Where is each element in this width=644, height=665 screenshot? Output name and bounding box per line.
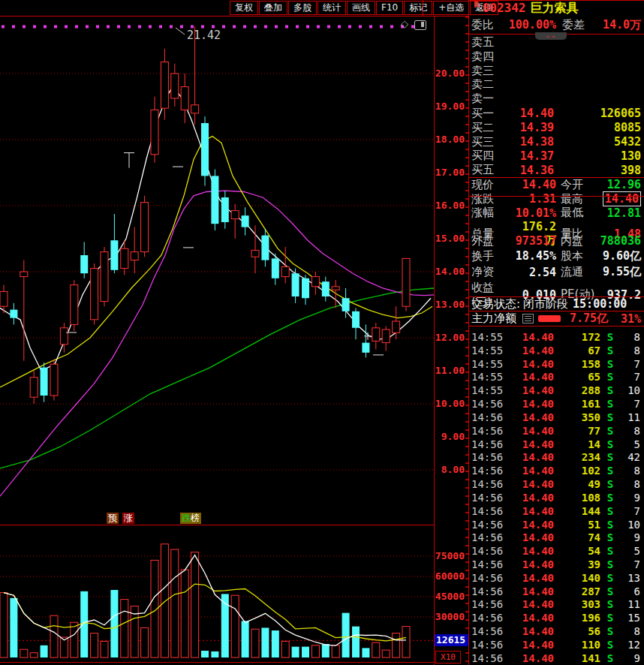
stat-label: 现价 bbox=[471, 178, 513, 192]
level-price: 14.38 bbox=[504, 135, 554, 149]
menu-button[interactable]: 画线 bbox=[347, 1, 375, 15]
menu-button[interactable]: +自选 bbox=[433, 1, 469, 15]
tick-row[interactable]: 14:5614.4014S5 bbox=[469, 438, 644, 451]
tick-price: 14.40 bbox=[506, 345, 554, 357]
tick-price: 14.40 bbox=[506, 331, 554, 343]
tick-volume: 288 bbox=[554, 384, 600, 396]
menu-button[interactable]: 多股 bbox=[288, 1, 317, 15]
tick-row[interactable]: 14:5614.4077S8 bbox=[469, 424, 644, 438]
chart-strip: 预 涨 跌榜 bbox=[0, 512, 434, 525]
tick-row[interactable]: 14:5614.4051S10 bbox=[469, 518, 644, 531]
tick-row[interactable]: 14:5514.40172S8 bbox=[469, 330, 644, 344]
volume-chart[interactable] bbox=[0, 525, 434, 663]
tick-side: S bbox=[600, 572, 620, 584]
tick-row[interactable]: 14:5614.40108S9 bbox=[469, 491, 644, 504]
main-flow-row[interactable]: 主力净额 7.75亿 31% bbox=[469, 311, 644, 326]
level-price: 14.36 bbox=[504, 164, 554, 177]
menu-button[interactable]: 统计 bbox=[317, 1, 346, 15]
stat-label: 外盘 bbox=[471, 234, 513, 248]
stat-row: 总量176.2万量比1.48 bbox=[469, 220, 644, 234]
buy-level-row[interactable]: 买五14.36398 bbox=[469, 163, 644, 177]
tick-row[interactable]: 14:5614.40144S7 bbox=[469, 504, 644, 518]
stat-label: 最高 bbox=[556, 192, 598, 206]
window-icon[interactable] bbox=[414, 20, 426, 30]
tick-count: 12 bbox=[620, 639, 640, 651]
sell-level-row[interactable]: 卖四 bbox=[469, 50, 644, 64]
tick-volume: 65 bbox=[554, 371, 600, 383]
sell-level-row[interactable]: 卖三 bbox=[469, 64, 644, 78]
quote-panel: 委比 100.00% 委差 14.0万 ⌄⌄ 卖五卖四卖三卖二卖一 买一14.4… bbox=[469, 16, 644, 665]
buy-level-row[interactable]: 买三14.385432 bbox=[469, 135, 644, 149]
tick-row[interactable]: 14:5614.40110S12 bbox=[469, 638, 644, 651]
tick-row[interactable]: 14:5614.40102S8 bbox=[469, 464, 644, 477]
menu-button[interactable]: 叠加 bbox=[259, 1, 287, 15]
sell-levels: 卖五卖四卖三卖二卖一 bbox=[469, 35, 644, 106]
tick-count: 8 bbox=[620, 465, 640, 477]
tick-volume: 49 bbox=[554, 478, 600, 490]
svg-text:21.42: 21.42 bbox=[187, 29, 221, 42]
tick-row[interactable]: 14:5614.4054S5 bbox=[469, 544, 644, 558]
rights-marker: R bbox=[474, 1, 480, 9]
chart-axis-divider bbox=[434, 17, 435, 665]
price-axis-label: 9.00 bbox=[441, 431, 465, 442]
list-icon[interactable] bbox=[522, 314, 534, 323]
tick-time: 14:56 bbox=[471, 465, 506, 477]
menu-button[interactable]: 复权 bbox=[230, 1, 258, 15]
tick-row[interactable]: 14:5614.4039S7 bbox=[469, 558, 644, 571]
tick-row[interactable]: 14:5614.40350S11 bbox=[469, 411, 644, 424]
tick-time: 14:56 bbox=[471, 585, 506, 597]
weibi-label: 委比 bbox=[471, 18, 503, 32]
tick-volume: 74 bbox=[554, 531, 600, 543]
price-axis-label: 8.00 bbox=[441, 464, 465, 475]
sell-level-row[interactable]: 卖二 bbox=[469, 77, 644, 92]
tick-list[interactable]: 14:5514.40172S814:5514.4067S814:5514.401… bbox=[469, 330, 644, 665]
buy-level-row[interactable]: 买四14.37130 bbox=[469, 149, 644, 163]
menu-button[interactable]: 标记 bbox=[404, 1, 432, 15]
tick-row[interactable]: 14:5614.4056S8 bbox=[469, 624, 644, 638]
fall-rank-button[interactable]: 跌榜 bbox=[180, 513, 201, 524]
menu-button[interactable]: F10 bbox=[376, 1, 403, 15]
predict-button[interactable]: 预 bbox=[107, 513, 119, 524]
tick-row[interactable]: 14:5614.40303S11 bbox=[469, 598, 644, 612]
tick-price: 14.40 bbox=[506, 358, 554, 370]
tick-row[interactable]: 14:5514.40158S7 bbox=[469, 357, 644, 371]
weicha-value: 14.0万 bbox=[588, 18, 641, 32]
tick-price: 14.40 bbox=[506, 652, 554, 664]
buy-level-row[interactable]: 买二14.398085 bbox=[469, 121, 644, 135]
tick-row[interactable]: 14:5514.4065S7 bbox=[469, 370, 644, 384]
tick-count: 8 bbox=[620, 425, 640, 437]
tick-price: 14.40 bbox=[506, 572, 554, 584]
tick-side: S bbox=[600, 639, 620, 651]
tick-row[interactable]: 14:5614.4074S9 bbox=[469, 531, 644, 544]
tick-row[interactable]: 14:5614.40234S42 bbox=[469, 450, 644, 464]
tick-row[interactable]: 14:5614.40141S9 bbox=[469, 651, 644, 665]
tick-count: 9 bbox=[620, 492, 640, 504]
tick-price: 14.40 bbox=[506, 492, 554, 504]
sell-level-row[interactable]: 卖一 bbox=[469, 92, 644, 106]
stat-label: 涨幅 bbox=[471, 206, 513, 220]
rise-button[interactable]: 涨 bbox=[122, 513, 134, 524]
tick-price: 14.40 bbox=[506, 425, 554, 437]
tick-side: S bbox=[600, 331, 620, 343]
collapse-order-book-tab[interactable]: ⌄⌄ bbox=[535, 32, 567, 40]
tick-count: 8 bbox=[620, 478, 640, 490]
tick-row[interactable]: 14:5614.40196S15 bbox=[469, 611, 644, 624]
tick-row[interactable]: 14:5514.40288S10 bbox=[469, 384, 644, 397]
tick-volume: 77 bbox=[554, 425, 600, 437]
tick-row[interactable]: 14:5614.4049S8 bbox=[469, 477, 644, 491]
price-axis-label: 16.00 bbox=[435, 200, 465, 211]
price-axis[interactable]: 12615 X10 20.0019.0018.0017.0016.0015.00… bbox=[435, 17, 468, 665]
tick-row[interactable]: 14:5614.40161S7 bbox=[469, 397, 644, 411]
current-volume-badge: 12615 bbox=[435, 634, 468, 646]
price-axis-label: 11.00 bbox=[435, 365, 465, 376]
price-chart[interactable]: 21.42 bbox=[0, 17, 434, 512]
tick-row[interactable]: 14:5514.4067S8 bbox=[469, 344, 644, 357]
tick-time: 14:56 bbox=[471, 572, 506, 584]
tick-row[interactable]: 14:5614.40287S6 bbox=[469, 585, 644, 598]
tick-row[interactable]: 14:5614.40140S13 bbox=[469, 571, 644, 585]
level-label: 卖五 bbox=[471, 35, 504, 50]
diamond-icon[interactable]: ◇ bbox=[401, 18, 408, 29]
menubar-items: 复权叠加多股统计画线F10标记+自选返回 bbox=[230, 1, 499, 15]
buy-level-row[interactable]: 买一14.40126065 bbox=[469, 107, 644, 121]
tick-count: 9 bbox=[620, 531, 640, 543]
